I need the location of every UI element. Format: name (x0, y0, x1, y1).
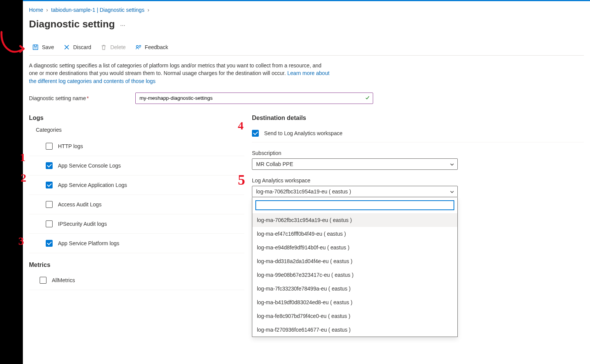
workspace-option[interactable]: log-ma-dd318a2da1d04f4e-eu ( eastus ) (252, 254, 457, 268)
metrics-label: AllMetrics (52, 277, 75, 283)
subscription-label: Subscription (252, 150, 584, 156)
feedback-icon (135, 44, 142, 51)
log-category-label: IPSecurity Audit logs (58, 221, 107, 227)
delete-button: Delete (100, 44, 125, 51)
workspace-option[interactable]: log-ma-7062fbc31c954a19-eu ( eastus ) (252, 213, 457, 227)
send-log-analytics-checkbox[interactable] (252, 130, 259, 137)
log-category-label: App Service Console Logs (58, 163, 121, 169)
log-category-row: HTTP logs (29, 137, 244, 156)
svg-rect-0 (33, 45, 38, 50)
destination-column: Destination details Send to Log Analytic… (252, 115, 584, 290)
workspace-label: Log Analytics workspace (252, 177, 584, 184)
description-text: A diagnostic setting specifies a list of… (29, 62, 330, 85)
log-category-row: Access Audit Logs (29, 195, 244, 214)
destination-title: Destination details (252, 115, 584, 121)
svg-point-1 (136, 46, 138, 48)
workspace-option[interactable]: log-ma-ef47c16fff0b4f49-eu ( eastus ) (252, 227, 457, 241)
breadcrumb-home[interactable]: Home (29, 7, 43, 13)
subscription-value: MR Collab PPE (256, 161, 293, 167)
log-category-checkbox[interactable] (46, 162, 53, 169)
chevron-right-icon: › (148, 7, 149, 13)
workspace-option[interactable]: log-ma-99e08b67e323417c-eu ( eastus ) (252, 268, 457, 282)
workspace-option[interactable]: log-ma-b419df0d83024ed8-eu ( eastus ) (252, 295, 457, 309)
log-category-checkbox[interactable] (46, 143, 53, 150)
delete-label: Delete (110, 44, 125, 50)
metrics-checkbox[interactable] (40, 277, 46, 284)
save-icon (32, 44, 39, 51)
log-category-label: App Service Platform logs (58, 240, 119, 246)
more-actions-icon[interactable]: ··· (120, 20, 125, 29)
log-category-row: App Service Console Logs (29, 156, 244, 176)
chevron-down-icon (450, 189, 454, 194)
close-icon (63, 44, 70, 51)
log-category-checkbox[interactable] (46, 220, 53, 227)
setting-name-label: Diagnostic setting name* (29, 95, 134, 101)
breadcrumb: Home › tabiodun-sample-1 | Diagnostic se… (29, 0, 584, 13)
workspace-option[interactable]: log-ma-e94d8fe9df914b0f-eu ( eastus ) (252, 241, 457, 254)
log-category-label: App Service Application Logs (58, 182, 127, 188)
workspace-value: log-ma-7062fbc31c954a19-eu ( eastus ) (256, 188, 351, 195)
log-category-row: App Service Application Logs (29, 176, 244, 195)
log-category-label: Access Audit Logs (58, 201, 101, 208)
metrics-row: AllMetrics (29, 271, 244, 290)
logs-column: Logs Categories HTTP logsApp Service Con… (29, 115, 244, 290)
checkmark-icon (365, 95, 370, 101)
page-title: Diagnostic setting (29, 18, 115, 30)
log-category-checkbox[interactable] (46, 182, 53, 188)
save-button[interactable]: Save (32, 44, 54, 51)
workspace-option[interactable]: log-ma-fe8c907bd79f4ce0-eu ( eastus ) (252, 309, 457, 323)
required-asterisk: * (87, 95, 88, 101)
log-category-checkbox[interactable] (46, 201, 53, 208)
trash-icon (100, 44, 107, 51)
workspace-option[interactable]: log-ma-7fc33230fe78499a-eu ( eastus ) (252, 282, 457, 295)
categories-label: Categories (36, 127, 244, 133)
discard-label: Discard (73, 44, 91, 50)
log-category-row: App Service Platform logs (29, 234, 244, 253)
chevron-right-icon: › (46, 7, 48, 13)
breadcrumb-item-1[interactable]: tabiodun-sample-1 | Diagnostic settings (51, 7, 144, 13)
chevron-down-icon (450, 162, 454, 166)
main-content: Home › tabiodun-sample-1 | Diagnostic se… (23, 0, 590, 364)
discard-button[interactable]: Discard (63, 44, 91, 51)
save-label: Save (42, 44, 54, 50)
workspace-dropdown: log-ma-7062fbc31c954a19-eu ( eastus )log… (252, 197, 458, 337)
send-log-analytics-label: Send to Log Analytics workspace (264, 130, 342, 136)
feedback-button[interactable]: Feedback (135, 44, 168, 51)
workspace-search-input[interactable] (255, 200, 454, 210)
subscription-select[interactable]: MR Collab PPE (252, 158, 458, 170)
toolbar: Save Discard Delete Feedback (29, 41, 584, 56)
log-category-label: HTTP logs (58, 143, 83, 149)
setting-name-input[interactable] (135, 93, 373, 104)
workspace-select[interactable]: log-ma-7062fbc31c954a19-eu ( eastus ) (252, 186, 458, 197)
feedback-label: Feedback (145, 44, 168, 50)
log-category-checkbox[interactable] (46, 240, 53, 247)
left-black-strip (0, 0, 23, 364)
metrics-title: Metrics (29, 262, 244, 268)
logs-title: Logs (29, 115, 244, 121)
workspace-option[interactable]: log-ma-f270936fce614677-eu ( eastus ) (252, 323, 457, 337)
log-category-row: IPSecurity Audit logs (29, 214, 244, 234)
